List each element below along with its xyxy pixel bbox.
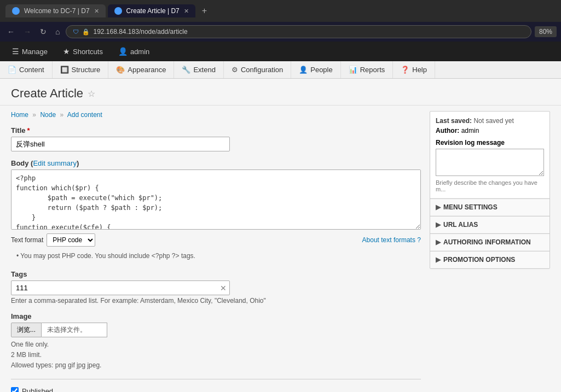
appearance-icon: 🎨 bbox=[116, 66, 125, 74]
author-value: admin bbox=[461, 127, 479, 134]
manage-menu-item[interactable]: ☰ Manage bbox=[5, 43, 54, 60]
url-text: 192.168.84.183/node/add/article bbox=[93, 28, 187, 36]
sidebar-info: Last saved: Not saved yet Author: admin … bbox=[430, 112, 550, 198]
content-area: Home » Node » Add content Title * Body (… bbox=[11, 111, 421, 392]
last-saved-label: Last saved: bbox=[436, 117, 472, 125]
nav-configuration[interactable]: ⚙ Configuration bbox=[224, 61, 291, 78]
text-format-row: Text format PHP code About text formats … bbox=[11, 233, 421, 247]
tags-hint: Enter a comma-separated list. For exampl… bbox=[11, 297, 421, 305]
bookmark-icon[interactable]: ☆ bbox=[88, 89, 95, 99]
title-field-group: Title * bbox=[11, 126, 421, 151]
tab-icon-create bbox=[114, 7, 122, 15]
configuration-icon: ⚙ bbox=[232, 66, 238, 74]
file-one-only: One file only. bbox=[11, 340, 421, 350]
nav-extend[interactable]: 🔧 Extend bbox=[174, 61, 223, 78]
format-hint: You may post PHP code. You should includ… bbox=[11, 249, 421, 262]
revision-textarea[interactable] bbox=[436, 149, 544, 176]
address-bar: ← → ↻ ⌂ 🛡 🔒 192.168.84.183/node/add/arti… bbox=[0, 22, 561, 42]
last-saved-row: Last saved: Not saved yet bbox=[436, 117, 544, 125]
admin-label: admin bbox=[130, 48, 149, 56]
sidebar-box: Last saved: Not saved yet Author: admin … bbox=[430, 111, 550, 269]
tab-label-welcome: Welcome to DC-7 | D7 bbox=[24, 7, 90, 15]
tab-close-create[interactable]: ✕ bbox=[184, 8, 189, 15]
back-button[interactable]: ← bbox=[4, 26, 18, 38]
nav-appearance[interactable]: 🎨 Appearance bbox=[108, 61, 174, 78]
hamburger-icon: ☰ bbox=[12, 47, 19, 56]
arrow-icon-promotion: ▶ bbox=[436, 256, 441, 264]
nav-structure[interactable]: 🔲 Structure bbox=[53, 61, 109, 78]
url-alias-section: ▶ URL ALIAS bbox=[430, 216, 550, 233]
promotion-options-header[interactable]: ▶ PROMOTION OPTIONS bbox=[430, 251, 550, 268]
arrow-icon-authoring: ▶ bbox=[436, 238, 441, 246]
home-button[interactable]: ⌂ bbox=[53, 26, 62, 38]
title-required: * bbox=[27, 126, 30, 134]
breadcrumb-home[interactable]: Home bbox=[11, 111, 28, 119]
sidebar: Last saved: Not saved yet Author: admin … bbox=[430, 111, 550, 392]
divider bbox=[11, 379, 421, 379]
tags-input[interactable] bbox=[11, 280, 230, 295]
title-input[interactable] bbox=[11, 137, 230, 151]
shortcuts-menu-item[interactable]: ★ Shortcuts bbox=[56, 43, 109, 60]
tags-input-wrap: ✕ bbox=[11, 280, 230, 295]
menu-settings-label: MENU SETTINGS bbox=[443, 203, 498, 211]
nav-content-label: Content bbox=[19, 66, 44, 74]
tab-create-article[interactable]: Create Article | D7 ✕ bbox=[108, 4, 195, 17]
file-input-wrap: 浏览... 未选择文件。 bbox=[11, 323, 421, 337]
content-icon: 📄 bbox=[8, 66, 16, 74]
body-field-group: Body (Edit summary) Text format PHP code… bbox=[11, 159, 421, 262]
people-icon: 👤 bbox=[299, 66, 308, 74]
structure-icon: 🔲 bbox=[60, 66, 69, 74]
forward-button[interactable]: → bbox=[21, 26, 34, 38]
authoring-info-section: ▶ AUTHORING INFORMATION bbox=[430, 233, 550, 251]
tags-label: Tags bbox=[11, 270, 421, 278]
tab-label-create: Create Article | D7 bbox=[126, 7, 180, 15]
reports-icon: 📊 bbox=[349, 66, 357, 74]
nav-help[interactable]: ❓ Help bbox=[393, 61, 435, 78]
reload-button[interactable]: ↻ bbox=[37, 26, 49, 38]
manage-label: Manage bbox=[22, 48, 48, 56]
shortcuts-label: Shortcuts bbox=[73, 48, 103, 56]
menu-settings-header[interactable]: ▶ MENU SETTINGS bbox=[430, 199, 550, 216]
nav-help-label: Help bbox=[412, 66, 427, 74]
browse-button[interactable]: 浏览... bbox=[11, 323, 42, 337]
admin-bar: ☰ Manage ★ Shortcuts 👤 admin bbox=[0, 42, 561, 61]
nav-people[interactable]: 👤 People bbox=[291, 61, 340, 78]
published-label[interactable]: Published bbox=[22, 387, 53, 392]
page-header: Create Article ☆ bbox=[0, 79, 561, 106]
nav-reports[interactable]: 📊 Reports bbox=[341, 61, 394, 78]
tab-welcome[interactable]: Welcome to DC-7 | D7 ✕ bbox=[5, 4, 106, 17]
star-admin-icon: ★ bbox=[63, 47, 70, 56]
published-checkbox[interactable] bbox=[11, 387, 19, 392]
last-saved-value: Not saved yet bbox=[473, 117, 513, 125]
help-icon: ❓ bbox=[401, 66, 409, 74]
url-alias-header[interactable]: ▶ URL ALIAS bbox=[430, 217, 550, 233]
breadcrumb-add-content[interactable]: Add content bbox=[67, 111, 102, 119]
zoom-level: 80% bbox=[535, 26, 557, 37]
nav-extend-label: Extend bbox=[193, 66, 215, 74]
text-format-select[interactable]: PHP code bbox=[47, 233, 95, 247]
menu-settings-section: ▶ MENU SETTINGS bbox=[430, 198, 550, 216]
admin-user-menu-item[interactable]: 👤 admin bbox=[112, 43, 156, 60]
body-editor[interactable] bbox=[11, 169, 421, 230]
new-tab-button[interactable]: + bbox=[198, 4, 211, 17]
breadcrumb-node[interactable]: Node bbox=[40, 111, 56, 119]
question-icon: ? bbox=[417, 236, 421, 244]
image-field-group: Image 浏览... 未选择文件。 One file only. 2 MB l… bbox=[11, 312, 421, 371]
tags-clear-icon[interactable]: ✕ bbox=[220, 284, 227, 292]
url-alias-label: URL ALIAS bbox=[443, 221, 478, 229]
file-size-limit: 2 MB limit. bbox=[11, 350, 421, 360]
file-hints: One file only. 2 MB limit. Allowed types… bbox=[11, 340, 421, 371]
nav-content[interactable]: 📄 Content bbox=[0, 61, 53, 78]
about-text-format-link[interactable]: About text formats ? bbox=[362, 236, 421, 244]
authoring-info-header[interactable]: ▶ AUTHORING INFORMATION bbox=[430, 234, 550, 251]
edit-summary-link[interactable]: Edit summary bbox=[33, 159, 76, 167]
url-bar[interactable]: 🛡 🔒 192.168.84.183/node/add/article bbox=[66, 25, 531, 38]
extend-icon: 🔧 bbox=[182, 66, 190, 74]
nav-appearance-label: Appearance bbox=[128, 66, 166, 74]
nav-menu: 📄 Content 🔲 Structure 🎨 Appearance 🔧 Ext… bbox=[0, 61, 561, 79]
text-format-label: Text format bbox=[11, 236, 43, 244]
main-layout: Home » Node » Add content Title * Body (… bbox=[0, 106, 561, 392]
nav-reports-label: Reports bbox=[360, 66, 385, 74]
revision-log-label: Revision log message bbox=[436, 139, 544, 147]
tab-close-welcome[interactable]: ✕ bbox=[94, 8, 99, 15]
